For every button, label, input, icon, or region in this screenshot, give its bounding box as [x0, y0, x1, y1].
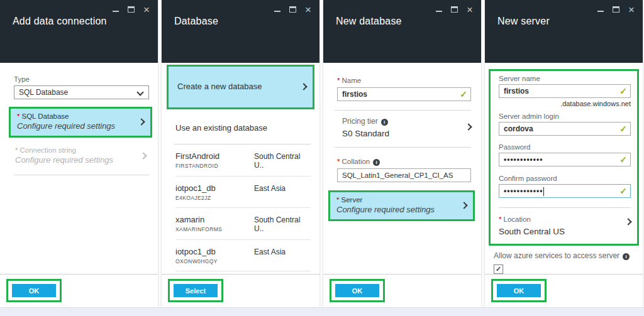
annotation-box: OK	[330, 279, 385, 302]
maximize-icon[interactable]	[451, 6, 458, 13]
allow-azure-checkbox[interactable]: ✓	[494, 264, 503, 274]
password-input-wrap: ✓	[499, 153, 631, 166]
maximize-icon[interactable]	[128, 6, 135, 13]
divider	[335, 110, 471, 111]
page-background-strip	[0, 307, 644, 316]
annotation-box: OK	[6, 279, 62, 302]
window-controls: ×	[113, 5, 150, 14]
server-picker-value: Configure required settings	[336, 205, 455, 214]
azure-portal-blades: Add data connection × Type SQL Database …	[0, 0, 644, 316]
blade-header: Database ×	[162, 0, 319, 63]
password-label: Password	[499, 143, 631, 151]
database-region: South Central U..	[254, 215, 311, 233]
annotation-box: Server name ✓ .database.windows.net Serv…	[489, 69, 639, 246]
select-button[interactable]: Select	[174, 284, 218, 297]
server-admin-login-label: Server admin login	[499, 112, 631, 120]
chevron-right-icon	[465, 123, 472, 130]
database-list-item[interactable]: iotpoc1_db OXONW0HGQY East Asia	[175, 240, 311, 271]
database-list-item[interactable]: FirstAndroid FIRSTANDROID South Central …	[175, 144, 311, 177]
name-input[interactable]	[338, 88, 470, 101]
blade-body: *Name ✓ Pricing tieri S0 Standard *Colla…	[323, 63, 481, 307]
confirm-password-input[interactable]	[499, 185, 630, 197]
connection-string-value: Configure required settings	[15, 155, 135, 165]
valid-check-icon: ✓	[460, 89, 467, 99]
database-list: FirstAndroid FIRSTANDROID South Central …	[175, 144, 311, 271]
server-picker[interactable]: *Server Configure required settings	[330, 192, 473, 219]
collation-input[interactable]	[338, 169, 470, 182]
maximize-icon[interactable]	[289, 6, 296, 13]
minimize-icon[interactable]	[436, 11, 442, 12]
sql-picker-label: SQL Database	[21, 112, 69, 120]
text-cursor	[543, 187, 544, 196]
pricing-tier-label: Pricing tier	[342, 117, 378, 126]
valid-check-icon: ✓	[619, 124, 627, 134]
valid-check-icon: ✓	[619, 186, 627, 196]
allow-azure-label: Allow azure services to access server	[494, 251, 619, 260]
database-name: xamarin	[175, 215, 222, 224]
info-icon[interactable]: i	[381, 119, 388, 126]
server-name-input[interactable]	[499, 85, 630, 97]
minimize-icon[interactable]	[113, 11, 119, 12]
chevron-right-icon	[138, 118, 145, 125]
blade-header: New database ×	[323, 0, 481, 63]
chevron-right-icon	[625, 218, 631, 225]
close-icon[interactable]: ×	[305, 5, 311, 14]
server-name-label: Server name	[499, 75, 631, 82]
type-label: Type	[14, 75, 158, 83]
database-code: OXONW0HGQY	[175, 258, 218, 264]
ok-button[interactable]: OK	[12, 284, 56, 297]
divider	[499, 207, 631, 208]
window-controls: ×	[597, 5, 635, 14]
annotation-box: OK	[491, 279, 547, 302]
info-icon[interactable]: i	[623, 253, 630, 260]
blade-body: Create a new database Use an existing da…	[162, 63, 319, 307]
database-info: xamarin XAMARINFORMS	[175, 215, 222, 233]
window-controls: ×	[436, 5, 473, 14]
confirm-password-label: Confirm password	[499, 175, 631, 182]
required-marker: *	[15, 146, 18, 154]
required-marker: *	[499, 215, 501, 223]
close-icon[interactable]: ×	[467, 5, 473, 14]
type-select-value: SQL Database	[19, 88, 68, 97]
server-picker-label: Server	[341, 196, 362, 204]
minimize-icon[interactable]	[597, 11, 604, 12]
chevron-down-icon	[136, 89, 143, 95]
blade-footer: Select	[162, 274, 319, 307]
connection-string-picker[interactable]: *Connection string Configure required se…	[9, 143, 152, 170]
close-icon[interactable]: ×	[143, 5, 150, 14]
create-new-database-picker[interactable]: Create a new database	[169, 67, 313, 107]
database-region: East Asia	[254, 183, 311, 201]
pricing-tier-picker[interactable]: Pricing tieri S0 Standard	[342, 117, 471, 138]
admin-login-input[interactable]	[499, 123, 630, 135]
required-marker: *	[17, 112, 19, 120]
maximize-icon[interactable]	[613, 6, 619, 13]
blade-add-data-connection: Add data connection × Type SQL Database …	[0, 0, 158, 307]
annotation-box: Select	[168, 279, 223, 302]
use-existing-database-label: Use an existing database	[175, 123, 319, 133]
blade-footer: OK	[323, 274, 481, 307]
location-picker[interactable]: *Location South Central US	[499, 213, 631, 236]
blade-body: Type SQL Database *SQL Database Configur…	[0, 63, 158, 307]
database-info: iotpoc1_db E4KOAJE2JZ	[175, 183, 216, 201]
database-list-item[interactable]: xamarin XAMARINFORMS South Central U..	[175, 208, 311, 240]
sql-database-picker[interactable]: *SQL Database Configure required setting…	[11, 109, 150, 136]
ok-button[interactable]: OK	[497, 284, 541, 297]
database-info: iotpoc1_db OXONW0HGQY	[175, 247, 218, 264]
close-icon[interactable]: ×	[628, 5, 635, 14]
ok-button[interactable]: OK	[335, 284, 379, 297]
type-select[interactable]: SQL Database	[14, 85, 149, 99]
name-label: Name	[341, 77, 361, 84]
database-code: XAMARINFORMS	[175, 226, 222, 232]
blade-body: Server name ✓ .database.windows.net Serv…	[485, 63, 643, 307]
database-region: East Asia	[254, 247, 311, 264]
location-label: Location	[503, 215, 530, 223]
blade-footer: OK	[485, 274, 643, 307]
blade-new-database: New database × *Name ✓ Pricing ti	[323, 0, 481, 307]
minimize-icon[interactable]	[274, 11, 280, 12]
info-icon[interactable]: i	[373, 159, 380, 166]
database-list-item[interactable]: iotpoc1_db E4KOAJE2JZ East Asia	[175, 177, 311, 208]
database-code: E4KOAJE2JZ	[175, 195, 216, 201]
create-new-database-label: Create a new database	[177, 82, 295, 91]
password-input[interactable]	[499, 153, 630, 166]
pricing-tier-value: S0 Standard	[342, 129, 457, 138]
